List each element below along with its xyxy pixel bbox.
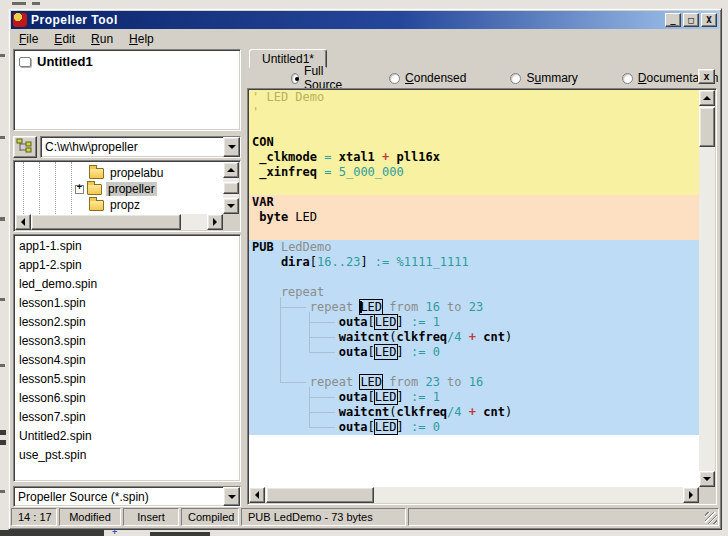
code-line[interactable]: CON: [249, 135, 699, 150]
title-bar[interactable]: Propeller Tool _ □ X: [11, 11, 719, 29]
code-editor-content[interactable]: ' LED Demo' CON _clkmode = xtal1 + pll16…: [249, 90, 699, 487]
code-line[interactable]: repeat LED from 23 to 16: [249, 375, 699, 390]
tree-item-propz[interactable]: propz: [89, 197, 142, 213]
code-line[interactable]: PUB LedDemo: [249, 240, 699, 255]
scroll-down-arrow[interactable]: [699, 471, 715, 487]
indent-guide: [309, 337, 335, 338]
tree-vertical-scrollbar[interactable]: [223, 162, 239, 214]
tree-item-label[interactable]: propz: [108, 198, 142, 212]
file-item[interactable]: use_pst.spin: [15, 446, 239, 465]
file-filter-combo[interactable]: Propeller Source (*.spin): [13, 486, 241, 507]
code-line[interactable]: ': [249, 105, 699, 120]
desktop-artifact: [32, 2, 40, 5]
file-filter-value[interactable]: Propeller Source (*.spin): [14, 487, 223, 506]
status-bar: 14 : 17ModifiedInsertCompiledPUB LedDemo…: [11, 507, 719, 527]
resize-grip[interactable]: [705, 512, 717, 524]
file-item[interactable]: lesson5.spin: [15, 370, 239, 389]
file-item[interactable]: Untitled2.spin: [15, 427, 239, 446]
file-item[interactable]: led_demo.spin: [15, 275, 239, 294]
scroll-left-arrow[interactable]: [249, 487, 265, 503]
file-item[interactable]: lesson4.spin: [15, 351, 239, 370]
folder-icon: [87, 184, 102, 195]
object-view-root[interactable]: Untitled1: [19, 54, 235, 69]
code-line[interactable]: [249, 120, 699, 135]
file-item[interactable]: lesson7.spin: [15, 408, 239, 427]
editor-close-button[interactable]: x: [698, 69, 715, 84]
editor-horizontal-scrollbar[interactable]: [249, 487, 699, 503]
menu-item-file[interactable]: File: [11, 30, 46, 48]
code-line[interactable]: _xinfreq = 5_000_000: [249, 165, 699, 180]
menu-item-run[interactable]: Run: [83, 30, 121, 48]
indent-guide: [309, 322, 335, 323]
scroll-down-arrow[interactable]: [223, 198, 239, 214]
file-filter-dropdown-arrow[interactable]: [223, 487, 240, 506]
expand-plus-icon[interactable]: [75, 185, 84, 194]
code-section-con: ' LED Demo' CON _clkmode = xtal1 + pll16…: [249, 90, 699, 195]
file-list[interactable]: app1-1.spinapp1-2.spinled_demo.spinlesso…: [13, 234, 241, 482]
menu-item-edit[interactable]: Edit: [46, 30, 83, 48]
status-panel-5: [408, 508, 719, 526]
scroll-left-arrow[interactable]: [15, 214, 31, 230]
code-line[interactable]: VAR: [249, 195, 699, 210]
folder-hierarchy-button[interactable]: [13, 136, 37, 158]
code-line[interactable]: repeat: [249, 285, 699, 300]
radio-button-icon[interactable]: [389, 73, 400, 84]
tree-horizontal-scrollbar[interactable]: [15, 214, 223, 230]
code-line[interactable]: repeat LED from 16 to 23: [249, 300, 699, 315]
radio-button-icon[interactable]: [291, 73, 299, 84]
folder-tree-viewport[interactable]: propelabupropellerpropz: [15, 162, 223, 214]
indent-guide: [309, 387, 310, 428]
minimize-button[interactable]: _: [665, 13, 681, 27]
file-item[interactable]: lesson6.spin: [15, 389, 239, 408]
view-radio-label: Condensed: [405, 71, 466, 85]
object-view[interactable]: Untitled1: [13, 49, 241, 131]
indent-guide: [280, 382, 306, 383]
tree-guide: [71, 162, 72, 214]
folder-path-dropdown-arrow[interactable]: [223, 137, 240, 157]
code-line[interactable]: dira[16..23] := %1111_1111: [249, 255, 699, 270]
tree-item-label[interactable]: propeller: [106, 182, 157, 196]
scrollbar-thumb[interactable]: [699, 107, 715, 147]
radio-button-icon[interactable]: [622, 73, 633, 84]
object-view-title: Untitled1: [37, 54, 93, 69]
scrollbar-thumb[interactable]: [266, 487, 374, 503]
file-item[interactable]: lesson2.spin: [15, 313, 239, 332]
view-radio-summary[interactable]: Summary: [510, 71, 577, 85]
maximize-button[interactable]: □: [683, 13, 699, 27]
folder-icon: [89, 200, 104, 211]
code-line[interactable]: _clkmode = xtal1 + pll16x: [249, 150, 699, 165]
scrollbar-thumb[interactable]: [31, 214, 181, 230]
view-radio-condensed[interactable]: Condensed: [389, 71, 466, 85]
tree-item-label[interactable]: propelabu: [108, 166, 165, 180]
indent-guide: [309, 312, 310, 353]
scroll-up-arrow[interactable]: [699, 90, 715, 106]
hierarchy-icon: [14, 137, 36, 157]
radio-button-icon[interactable]: [510, 73, 521, 84]
editor-vertical-scrollbar[interactable]: [699, 90, 715, 487]
code-line[interactable]: [249, 180, 699, 195]
desktop-artifact: [12, 2, 26, 5]
tree-item-propelabu[interactable]: propelabu: [89, 165, 165, 181]
file-item[interactable]: lesson3.spin: [15, 332, 239, 351]
code-line[interactable]: [249, 270, 699, 285]
file-item[interactable]: lesson1.spin: [15, 294, 239, 313]
file-item[interactable]: app1-1.spin: [15, 237, 239, 256]
scrollbar-thumb[interactable]: [223, 182, 239, 194]
code-editor[interactable]: ' LED Demo' CON _clkmode = xtal1 + pll16…: [247, 88, 717, 505]
scroll-up-arrow[interactable]: [223, 162, 239, 178]
file-item[interactable]: app1-2.spin: [15, 256, 239, 275]
close-button[interactable]: X: [701, 13, 717, 27]
propeller-tool-window: Propeller Tool _ □ X FileEditRunHelp Unt…: [8, 8, 722, 530]
folder-tree[interactable]: propelabupropellerpropz: [13, 160, 241, 232]
code-line[interactable]: [249, 360, 699, 375]
tree-item-propeller[interactable]: propeller: [75, 181, 157, 197]
status-panel-2: Insert: [123, 508, 179, 526]
code-line[interactable]: byte LED: [249, 210, 699, 225]
code-line[interactable]: ' LED Demo: [249, 90, 699, 105]
menu-item-help[interactable]: Help: [121, 30, 162, 48]
code-line[interactable]: [249, 225, 699, 240]
folder-path-value[interactable]: C:\w\hw\propeller: [41, 137, 223, 157]
scroll-right-arrow[interactable]: [207, 214, 223, 230]
folder-path-combo[interactable]: C:\w\hw\propeller: [40, 136, 241, 158]
scroll-right-arrow[interactable]: [683, 487, 699, 503]
